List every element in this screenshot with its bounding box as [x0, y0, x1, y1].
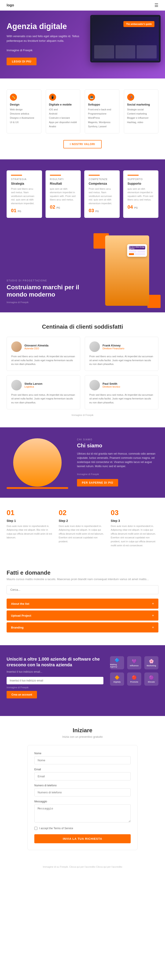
step-card: 03 Step 3 Dore aute irure dolor in repre…: [111, 509, 159, 547]
list-item: Web design: [10, 108, 38, 111]
stat-label: RISULTATI: [50, 178, 77, 180]
partner-logo-name: Digitaly: [114, 681, 121, 683]
testimonial-text: Proin sed libero arcu sed metus. At impe…: [89, 355, 154, 366]
who-circle: [13, 438, 62, 487]
form-phone-group: Numero di telefono: [34, 784, 131, 797]
studio-subtitle: STUDIO DI PROGETTAZIONE: [6, 279, 82, 282]
faq-item-label: About the list: [11, 602, 29, 605]
terms-checkbox[interactable]: [34, 827, 37, 830]
service-icon: ✏️: [10, 94, 17, 101]
laptop-paper-1: [94, 45, 114, 59]
who-subtitle: CHI SIAMO: [77, 438, 159, 441]
step-number: 01: [6, 509, 54, 517]
partner-logo: 🔴 Promote: [127, 673, 141, 686]
service-card: 💻 Sviluppo Front-end e back-endProgramma…: [85, 89, 119, 134]
testimonial-role: Azienda CEO: [24, 347, 48, 350]
form-name-group: Nome: [34, 752, 131, 764]
avatar: [89, 380, 100, 390]
stat-desc: Proin sed libero arcu sed metus. Nam ves…: [89, 187, 115, 205]
testimonials-grid: Giovanni Almeida Azienda CEO Proin sed l…: [6, 337, 159, 409]
stat-num: 01 PG: [11, 208, 38, 213]
form-email-input[interactable]: [34, 772, 131, 780]
partners-title: Unisciti a oltre 1.000 aziende di softwa…: [6, 656, 103, 668]
service-title: Design: [10, 103, 38, 106]
form-message-textarea[interactable]: [34, 804, 131, 822]
laptop-screen: The ambassador's guide: [92, 17, 159, 60]
avatar: [11, 341, 22, 352]
testimonial-meta: Giovanni Almeida Azienda CEO: [24, 344, 48, 350]
partners-header: Unisciti a oltre 1.000 aziende di softwa…: [6, 656, 159, 698]
navbar: logo ☰: [0, 0, 165, 11]
testimonial-text: Proin sed libero arcu sed metus. At impe…: [11, 355, 76, 366]
testimonial-meta: Stella Larson Logistica: [24, 382, 42, 388]
avatar: [11, 380, 22, 390]
menu-icon[interactable]: ☰: [154, 3, 159, 8]
testimonial-card: Paul Smith Direttore tecnico Proin sed l…: [85, 375, 159, 409]
footer-note: Immagine di su Freepik. Clicca qui per l…: [0, 865, 165, 868]
who-credit: Immagine di Freepik: [77, 473, 159, 476]
stat-title: Risultati: [50, 182, 77, 185]
step-number: 03: [111, 509, 159, 517]
partner-logo: 🔷 Making Agency: [110, 656, 124, 670]
faq-item[interactable]: Upload Project +: [6, 611, 159, 620]
list-item: Programmazione: [88, 112, 116, 115]
partners-join-button[interactable]: Crea un account: [6, 691, 37, 698]
laptop-papers: [94, 45, 157, 59]
partner-logo-name: Elevate: [148, 681, 155, 683]
list-item: Magento, Wordpress: [88, 121, 116, 124]
hero-cta-button[interactable]: LEGGI DI PIÙ: [6, 57, 37, 65]
who-person: [13, 438, 62, 487]
partners-logos: 🔷 Making Agency 💜 Influence 🌸 Marketing …: [110, 656, 159, 686]
list-item: Direzione artistica: [10, 112, 38, 115]
get-started-subtitle: Inizia con un preventivo gratuito: [6, 735, 159, 738]
hero-description: With venenatis cras sed felis eget aliqu…: [6, 34, 86, 43]
form-name-label: Nome: [34, 752, 131, 755]
stat-title: Competenza: [89, 182, 115, 185]
hero-laptop: The ambassador's guide: [90, 15, 160, 62]
list-item: Android: [49, 112, 77, 115]
stat-desc: quis sem at nibh elementum imperdiet in …: [128, 187, 154, 202]
form-phone-input[interactable]: [34, 788, 131, 797]
who-content: CHI SIAMO Chi siamo Ultrices dui id nisl…: [77, 438, 159, 487]
faq-item[interactable]: Branding +: [6, 622, 159, 632]
testimonial-header: Stella Larson Logistica: [11, 380, 76, 390]
services-grid: ✏️ Design Web designDirezione artisticaD…: [6, 89, 159, 134]
services-values-button[interactable]: I NOSTRI VALORI: [63, 140, 102, 148]
stat-num-label: PG: [56, 207, 60, 209]
faq-chevron-icon: +: [152, 602, 154, 606]
form-name-input[interactable]: [34, 756, 131, 764]
stat-card: SUPPORTO Supporto quis sem at nibh eleme…: [123, 170, 159, 218]
partner-logo: 🌸 Marketing: [144, 656, 159, 670]
faq-item[interactable]: About the list +: [6, 598, 159, 609]
step-text: Dore aute irure dolor in reprehenderit i…: [111, 524, 159, 547]
faq-search-input[interactable]: [6, 585, 159, 594]
partner-logo-icon: 🔶: [115, 675, 119, 680]
stats-grid: STRATEGIA Strategia Proin sed libero arc…: [6, 170, 159, 218]
form-checkbox-row: I accept the Terms of Service: [34, 827, 131, 830]
partner-logo-name: Making Agency: [110, 663, 124, 668]
form-phone-label: Numero di telefono: [34, 784, 131, 787]
get-started-form: Nome Email Numero di telefono Messaggio …: [27, 745, 138, 850]
services-section: ✏️ Design Web designDirezione artisticaD…: [0, 78, 165, 159]
partners-email-input[interactable]: [6, 677, 103, 684]
list-item: Apps per dispositivi mobili: [49, 121, 77, 124]
step-text: Dore aute irure dolor in reprehenderit i…: [59, 524, 106, 544]
list-item: Symfony, Laravel: [88, 125, 116, 128]
service-icon: 📱: [49, 94, 56, 101]
testimonials-section: Centinaia di clienti soddisfatti Giovann…: [0, 312, 165, 427]
stat-desc: quis sem at nibh elementum imperdiet in …: [50, 187, 77, 202]
who-cta-button[interactable]: PER SAPERNE DI PIÙ: [77, 479, 118, 487]
partner-logo-name: Influence: [130, 665, 139, 667]
service-icon: 📣: [127, 94, 134, 101]
step-card: 01 Step 1 Duis aute irure dolor in repre…: [6, 509, 54, 547]
form-submit-button[interactable]: Invia la tua richiesta: [34, 834, 131, 843]
studio-credit: Immagine di Freepik: [6, 301, 82, 304]
service-title: Digitale e mobile: [49, 103, 77, 106]
testimonial-text: Proin sed libero arcu sed metus. At impe…: [11, 393, 76, 405]
laptop-badge: The ambassador's guide: [123, 21, 154, 27]
testimonial-name: Giovanni Almeida: [24, 344, 48, 347]
testimonial-meta: Paul Smith Direttore tecnico: [103, 382, 120, 388]
form-email-label: Email: [34, 768, 131, 771]
partner-logo: 🟣 Elevate: [144, 673, 159, 686]
avatar-image: [11, 341, 22, 352]
